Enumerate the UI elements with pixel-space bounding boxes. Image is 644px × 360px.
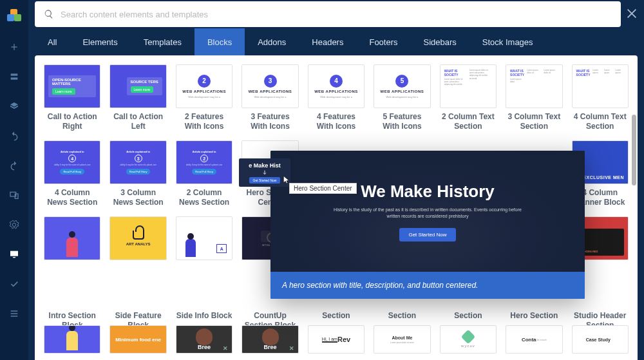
block-card[interactable]: Article explained in2ability. It may be … [176,140,232,207]
settings-icon[interactable] [8,219,20,231]
block-card[interactable]: WHAT IS SOCIETYLorem ipsum dolor sit ame… [440,64,497,131]
block-thumbnail[interactable]: Bree✕ [242,325,298,354]
content-area: OPEN-SOURCE MATTERSLearn more Call to Ac… [35,55,638,360]
left-sidebar [0,0,28,360]
undo-icon[interactable] [8,130,20,142]
tab-addons[interactable]: Addons [245,28,299,55]
tab-blocks[interactable]: Blocks [194,28,245,55]
preview-caption: A hero section with title, description, … [270,272,585,299]
block-label: 4 Features With Icons [308,112,365,131]
search-input[interactable] [61,10,612,19]
block-card[interactable]: OPEN-SOURCE MATTERSLearn more Call to Ac… [44,64,100,131]
tab-all[interactable]: All [35,28,70,55]
block-thumbnail[interactable]: Case Study [572,325,629,354]
search-icon [44,9,54,19]
tab-sidebars[interactable]: Sidebars [411,28,469,55]
row4: Minimum food ene Bree✕ Bree✕ Hi, I amRev… [44,325,629,354]
category-tabs: All Elements Templates Blocks Addons Hea… [28,28,644,55]
tab-footers[interactable]: Footers [356,28,410,55]
app-logo [7,9,21,23]
block-thumbnail: Article explained in4ability. It may be … [44,140,100,184]
block-card[interactable]: Article explained in4ability. It may be … [44,140,100,207]
block-preview-popover: We Make History History is the study of … [270,151,585,299]
desktop-icon[interactable] [8,249,20,260]
block-thumbnail: WHAT IS SOCIETYLorem ipsum dolor.Lorem i… [506,64,562,108]
block-thumbnail [44,216,100,260]
block-card[interactable]: WHAT IS SOCIETYLorem ipsum.Lorem ipsum.L… [572,64,629,131]
block-card[interactable]: 2WEB APPLICATIONSWeb development may be … [176,64,232,131]
svg-rect-1 [11,77,18,79]
svg-rect-4 [10,251,18,256]
block-label: 5 Features With Icons [374,112,430,131]
block-card[interactable]: SOURCE TERSLearn more Call to Action Lef… [109,64,166,131]
preview-cta-button: Get Started Now [399,228,455,242]
block-thumbnail[interactable] [44,325,100,354]
check-icon[interactable] [8,278,20,290]
block-card[interactable]: 5WEB APPLICATIONSWeb development may be … [374,64,430,131]
main-panel: All Elements Templates Blocks Addons Hea… [28,0,644,360]
block-thumbnail: 3WEB APPLICATIONSWeb development may be … [242,64,298,108]
block-card[interactable]: WHAT IS SOCIETYLorem ipsum dolor.Lorem i… [506,64,562,131]
preview-title: We Make History [361,182,495,202]
block-card[interactable]: ART ANALYS [109,216,166,260]
menu-icon[interactable] [8,308,20,319]
preview-description: History is the study of the past as it i… [331,207,524,220]
svg-rect-0 [11,73,18,75]
tab-stock-images[interactable]: Stock Images [469,28,546,55]
block-thumbnail: WHAT IS SOCIETYLorem ipsum.Lorem ipsum.L… [572,64,629,108]
block-thumbnail: OPEN-SOURCE MATTERSLearn more [44,64,100,108]
block-label: 3 Column News Section [109,188,166,207]
block-thumbnail[interactable]: Bree✕ [176,325,232,354]
block-thumbnail: Article explained in2ability. It may be … [176,140,232,184]
block-thumbnail[interactable]: About MeLorem ipsum dolor sit amet [374,325,430,354]
row-layout-icon[interactable] [8,71,20,82]
block-thumbnail: 5WEB APPLICATIONSWeb development may be … [374,64,430,108]
block-label: 3 Features With Icons [242,112,298,131]
block-card[interactable] [44,216,100,260]
block-thumbnail[interactable]: Minimum food ene [109,325,166,354]
scrollbar[interactable] [632,115,636,185]
block-thumbnail: 4WEB APPLICATIONSWeb development may be … [308,64,365,108]
block-card[interactable]: A [176,216,232,260]
search-bar [35,1,621,27]
add-icon[interactable] [8,41,20,53]
block-label: 4 Column News Section [44,188,100,207]
block-label: 2 Column Text Section [440,112,497,131]
block-thumbnail[interactable]: Hi, I amRev [308,325,365,354]
block-thumbnail: ART ANALYS [109,216,166,260]
block-thumbnail[interactable]: wycov [440,325,497,354]
layers-icon[interactable] [8,100,20,112]
block-card[interactable]: 4WEB APPLICATIONSWeb development may be … [308,64,365,131]
devices-icon[interactable] [8,189,20,201]
block-thumbnail: 2WEB APPLICATIONSWeb development may be … [176,64,232,108]
tab-templates[interactable]: Templates [131,28,194,55]
block-thumbnail: A [176,216,232,260]
block-label: Call to Action Right [44,112,100,131]
block-label: 2 Features With Icons [176,112,232,131]
close-icon[interactable] [625,6,639,21]
block-thumbnail: SOURCE TERSLearn more [109,64,166,108]
block-thumbnail: WHAT IS SOCIETYLorem ipsum dolor sit ame… [440,64,497,108]
block-label: Call to Action Left [109,112,166,131]
block-thumbnail[interactable]: ContaGet in touch [506,325,562,354]
block-label: 3 Column Text Section [506,112,562,131]
preview-hero: We Make History History is the study of … [270,151,585,272]
redo-icon[interactable] [8,160,20,171]
block-thumbnail: Article explained in3ability. It may be … [109,140,166,184]
tab-headers[interactable]: Headers [299,28,356,55]
hover-tooltip: Hero Section Center [289,183,357,194]
block-card[interactable]: Article explained in3ability. It may be … [109,140,166,207]
block-card[interactable]: 3WEB APPLICATIONSWeb development may be … [242,64,298,131]
block-label: 2 Column News Section [176,188,232,207]
block-label: 4 Column Text Section [572,112,629,131]
svg-rect-5 [13,257,15,258]
tab-elements[interactable]: Elements [70,28,130,55]
